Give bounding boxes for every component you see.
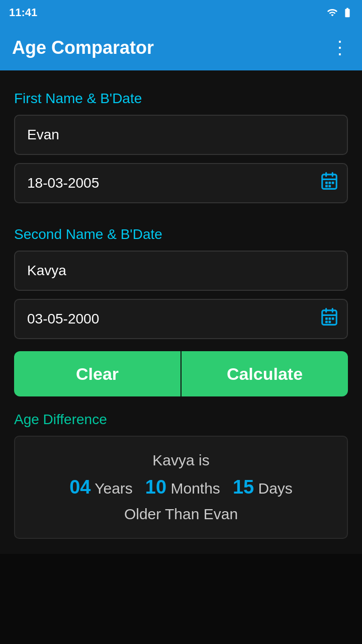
- first-section: First Name & B'Date: [14, 91, 348, 203]
- result-months-label: Months: [170, 480, 220, 497]
- menu-button[interactable]: ⋮: [331, 37, 350, 58]
- calculate-button[interactable]: Calculate: [182, 351, 348, 396]
- result-days-number: 15: [233, 476, 254, 498]
- clear-button[interactable]: Clear: [14, 351, 180, 396]
- svg-rect-7: [325, 185, 328, 187]
- result-line1: Kavya is: [25, 452, 337, 469]
- second-name-input[interactable]: [14, 251, 348, 291]
- svg-rect-14: [328, 317, 331, 320]
- action-buttons: Clear Calculate: [14, 351, 348, 396]
- second-section: Second Name & B'Date: [14, 226, 348, 339]
- result-line2: 04 Years 10 Months 15 Days: [25, 473, 337, 502]
- first-date-input[interactable]: [14, 163, 348, 203]
- battery-icon: [342, 7, 353, 18]
- svg-rect-6: [332, 182, 334, 184]
- app-title: Age Comparator: [12, 37, 154, 58]
- svg-rect-15: [332, 317, 334, 320]
- status-time: 11:41: [9, 6, 37, 19]
- svg-rect-17: [328, 320, 331, 323]
- content-area: First Name & B'Date Second: [0, 70, 362, 554]
- first-section-label: First Name & B'Date: [14, 91, 348, 107]
- result-years-number: 04: [69, 476, 90, 498]
- result-years-label: Years: [95, 480, 133, 497]
- second-section-label: Second Name & B'Date: [14, 226, 348, 243]
- svg-rect-8: [328, 185, 331, 187]
- first-date-wrapper: [14, 163, 348, 203]
- second-date-wrapper: [14, 299, 348, 339]
- result-box: Kavya is 04 Years 10 Months 15 Days Olde…: [14, 436, 348, 539]
- result-section: Age Difference Kavya is 04 Years 10 Mont…: [14, 412, 348, 539]
- svg-rect-4: [325, 182, 328, 184]
- svg-rect-13: [325, 317, 328, 320]
- second-date-input[interactable]: [14, 299, 348, 339]
- signal-icon: [327, 7, 338, 18]
- result-months-number: 10: [145, 476, 166, 498]
- svg-rect-5: [328, 182, 331, 184]
- status-bar: 11:41: [0, 0, 362, 25]
- app-bar: Age Comparator ⋮: [0, 25, 362, 70]
- first-name-input[interactable]: [14, 115, 348, 155]
- result-days-label: Days: [258, 480, 293, 497]
- svg-rect-16: [325, 320, 328, 323]
- second-calendar-icon[interactable]: [320, 307, 339, 331]
- result-line3: Older Than Evan: [25, 506, 337, 523]
- result-section-label: Age Difference: [14, 412, 348, 428]
- first-calendar-icon[interactable]: [320, 172, 339, 195]
- status-icons: [327, 7, 353, 18]
